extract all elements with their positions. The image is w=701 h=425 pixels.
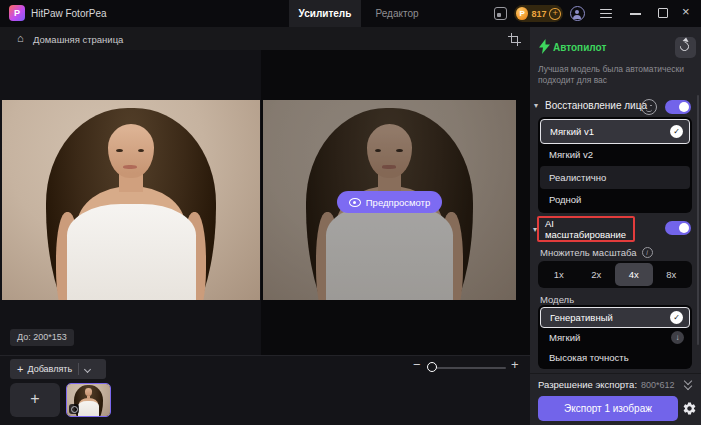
option-label: Генеративный bbox=[550, 312, 613, 323]
upscale-section-toggle[interactable] bbox=[665, 221, 691, 235]
image-thumbnail[interactable] bbox=[66, 383, 111, 417]
export-resolution-label: Разрешение экспорта: bbox=[538, 379, 637, 390]
plus-icon: + bbox=[17, 363, 23, 375]
multiplier-4x[interactable]: 4x bbox=[615, 263, 653, 286]
lightning-icon bbox=[539, 39, 550, 54]
zoom-out-button[interactable]: − bbox=[413, 357, 421, 372]
multiplier-row: Множитель масштаба i bbox=[540, 247, 653, 258]
export-resolution-value: 800*612 bbox=[641, 380, 675, 390]
tab-enhancer[interactable]: Усилитель bbox=[289, 0, 361, 27]
download-icon: ↓ bbox=[671, 331, 684, 344]
autopilot-title: Автопилот bbox=[553, 42, 606, 53]
option-label: Мягкий bbox=[549, 332, 580, 343]
face-option-soft-v1[interactable]: Мягкий v1 ✓ bbox=[540, 119, 690, 144]
model-label: Модель bbox=[540, 294, 574, 305]
breadcrumb-home[interactable]: Домашняя страница bbox=[33, 34, 123, 45]
option-label: Мягкий v2 bbox=[549, 149, 593, 160]
upscale-model-list: Генеративный ✓ Мягкий ↓ Высокая точность bbox=[538, 305, 692, 369]
profile-icon[interactable] bbox=[570, 6, 585, 21]
option-label: Родной bbox=[549, 194, 581, 205]
preview-button[interactable]: Предпросмотр bbox=[337, 191, 442, 213]
face-section-title: Восстановление лица bbox=[545, 100, 647, 111]
info-icon[interactable]: i bbox=[642, 247, 653, 258]
maximize-button[interactable] bbox=[658, 8, 668, 18]
snapshot-icon-dot bbox=[497, 13, 501, 17]
check-icon: ✓ bbox=[670, 125, 683, 138]
model-option-high-precision[interactable]: Высокая точность bbox=[540, 348, 690, 367]
panel-divider bbox=[530, 373, 701, 374]
option-label: Высокая точность bbox=[549, 352, 629, 363]
option-label: Мягкий v1 bbox=[550, 126, 594, 137]
export-resolution-row: Разрешение экспорта: 800*612 bbox=[538, 379, 675, 390]
upscale-section-title: AI масштабирование bbox=[545, 218, 633, 240]
crop-icon[interactable] bbox=[508, 33, 521, 46]
add-credits-icon[interactable]: + bbox=[549, 8, 561, 20]
before-size-badge: До: 200*153 bbox=[10, 329, 74, 346]
multiplier-segmented-control: 1x 2x 4x 8x bbox=[538, 261, 692, 288]
credits-badge[interactable]: P 817 + bbox=[514, 5, 563, 22]
add-file-button[interactable]: + Добавлять bbox=[10, 359, 106, 379]
snapshot-icon[interactable] bbox=[494, 7, 507, 20]
app-logo-icon: P bbox=[9, 5, 25, 21]
menu-icon[interactable] bbox=[600, 9, 612, 19]
multiplier-label: Множитель масштаба bbox=[540, 247, 637, 258]
eye-icon bbox=[349, 198, 361, 207]
add-file-label: Добавлять bbox=[27, 364, 72, 374]
autopilot-description: Лучшая модель была автоматически подходи… bbox=[538, 64, 691, 86]
export-button[interactable]: Экспорт 1 изображ bbox=[538, 396, 678, 421]
multiplier-1x[interactable]: 1x bbox=[540, 263, 578, 286]
zoom-slider-knob[interactable] bbox=[427, 362, 437, 372]
check-icon: ✓ bbox=[670, 311, 683, 324]
home-icon[interactable]: ⌂ bbox=[17, 31, 24, 45]
refresh-icon bbox=[678, 40, 691, 53]
portrait-after bbox=[2, 100, 260, 300]
credits-count: 817 bbox=[531, 9, 546, 19]
refresh-button[interactable] bbox=[675, 37, 696, 58]
gear-icon[interactable] bbox=[682, 401, 697, 416]
face-section-toggle[interactable] bbox=[665, 100, 691, 114]
multiplier-8x[interactable]: 8x bbox=[653, 263, 691, 286]
tab-editor[interactable]: Редактор bbox=[361, 0, 433, 27]
face-option-realistic[interactable]: Реалистично bbox=[540, 166, 690, 189]
add-image-tile[interactable]: + bbox=[10, 383, 60, 417]
upscale-section-title-highlight: AI масштабирование bbox=[537, 216, 635, 242]
app-title: HitPaw FotorPea bbox=[31, 8, 107, 19]
coin-icon: P bbox=[516, 7, 528, 20]
face-section-caret-icon[interactable]: ▾ bbox=[534, 101, 538, 110]
collapse-double-chevron-icon[interactable] bbox=[683, 378, 693, 390]
photo-after bbox=[2, 100, 260, 300]
chevron-down-icon[interactable] bbox=[84, 365, 91, 372]
face-option-soft-v2[interactable]: Мягкий v2 bbox=[540, 144, 690, 167]
app-window: P HitPaw FotorPea Усилитель Редактор P 8… bbox=[0, 0, 701, 425]
close-button[interactable]: × bbox=[682, 4, 690, 19]
preview-button-label: Предпросмотр bbox=[366, 197, 430, 208]
option-label: Реалистично bbox=[549, 172, 606, 183]
face-model-list: Мягкий v1 ✓ Мягкий v2 Реалистично Родной bbox=[538, 117, 692, 213]
portrait-face bbox=[108, 124, 154, 178]
model-option-generative[interactable]: Генеративный ✓ bbox=[540, 307, 690, 328]
face-option-native[interactable]: Родной bbox=[540, 189, 690, 212]
model-option-soft[interactable]: Мягкий ↓ bbox=[540, 328, 690, 347]
face-emoji-icon[interactable] bbox=[641, 99, 657, 115]
minimize-button[interactable] bbox=[630, 13, 641, 15]
thumbnail-status-icon bbox=[69, 404, 79, 414]
zoom-in-button[interactable]: + bbox=[511, 357, 519, 372]
titlebar: P HitPaw FotorPea Усилитель Редактор P 8… bbox=[0, 0, 701, 27]
zoom-slider-track[interactable] bbox=[430, 367, 506, 369]
multiplier-2x[interactable]: 2x bbox=[578, 263, 616, 286]
panel-scrollbar[interactable] bbox=[697, 95, 699, 345]
